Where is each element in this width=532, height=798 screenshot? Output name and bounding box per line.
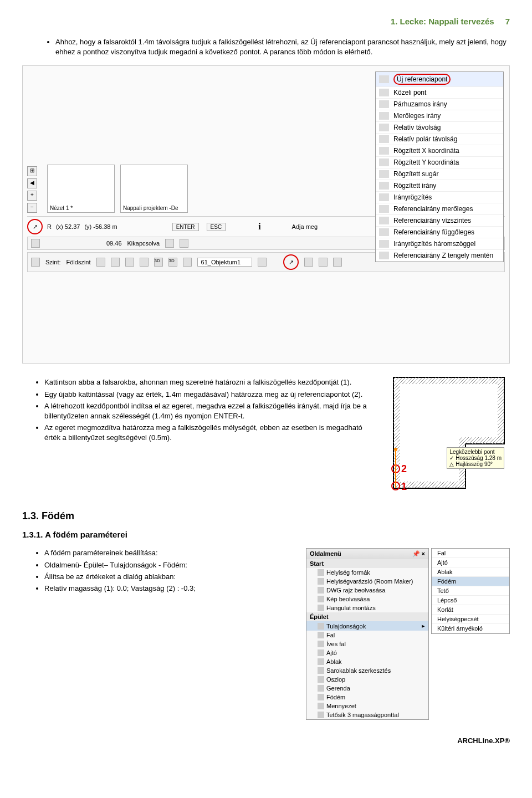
marker-1: 1 [401, 481, 407, 493]
time: 09.46 [106, 240, 122, 247]
ctx-item-8[interactable]: Rögzített sugár [393, 170, 438, 178]
item-door[interactable]: Ajtó [306, 648, 428, 657]
info-icon[interactable]: i [258, 222, 260, 232]
roof-icon [318, 712, 324, 718]
ctx-item-6[interactable]: Rögzített X koordináta [393, 147, 459, 155]
beam-icon [318, 685, 324, 692]
icon[interactable] [125, 258, 134, 267]
plus-btn[interactable]: + [27, 191, 37, 201]
icon[interactable] [333, 258, 342, 267]
column-icon [318, 676, 324, 683]
ctx-item-7[interactable]: Rögzített Y koordináta [393, 158, 459, 166]
item-wall[interactable]: Fal [306, 631, 428, 640]
lockr-icon [379, 170, 389, 178]
item-ceiling[interactable]: Mennyezet [306, 702, 428, 710]
r-label: R [47, 223, 52, 230]
thumb-view1[interactable]: Nézet 1 * [47, 165, 115, 213]
item-corner[interactable]: Sarokablak szerkesztés [306, 666, 428, 675]
side-menu[interactable]: Oldalmenü📌 × Start Helyiség formák Helyi… [306, 548, 429, 720]
ctx-item-9[interactable]: Rögzített irány [393, 182, 436, 190]
level-value[interactable]: Földszint [66, 259, 91, 265]
icon[interactable] [96, 258, 105, 267]
sub-roof[interactable]: Tető [432, 586, 509, 596]
properties-submenu[interactable]: Fal Ajtó Ablak Födém Tető Lépcső Korlát … [431, 548, 510, 634]
item-window[interactable]: Ablak [306, 657, 428, 666]
ctx-item-10[interactable]: Irányrögzítés [393, 193, 432, 201]
pin-icon[interactable]: 📌 × [412, 550, 425, 557]
lockdir-icon [379, 182, 389, 190]
item-roofplane[interactable]: Tetősík 3 magasságponttal [306, 710, 428, 719]
dirlock-icon [379, 193, 389, 201]
wizard-icon [318, 578, 324, 585]
reldist-icon [379, 124, 389, 131]
item-column[interactable]: Oszlop [306, 675, 428, 684]
sub-rail[interactable]: Korlát [432, 605, 509, 615]
object-select[interactable]: 61_Objektum1 [197, 258, 253, 267]
icon[interactable] [304, 258, 313, 267]
dwg-icon [318, 587, 324, 594]
section-heading: 1.3. Födém [22, 510, 510, 522]
enter-key[interactable]: ENTER [172, 223, 199, 231]
item-properties[interactable]: Tulajdonságok▸ [306, 621, 428, 631]
group-epulet[interactable]: Épület [306, 612, 428, 621]
level-icon[interactable] [31, 258, 40, 267]
item-roommaker[interactable]: Helyiségvarázsló (Room Maker) [306, 577, 428, 586]
ctx-item-4[interactable]: Relatív távolság [393, 124, 441, 131]
hint-text: Adja meg [292, 223, 318, 230]
window-icon [318, 658, 324, 665]
ctx-item-15[interactable]: Referenciairány Z tengely mentén [393, 252, 493, 259]
tool-btn[interactable]: ⊞ [27, 166, 37, 176]
ctx-item-1[interactable]: Közeli pont [393, 89, 426, 96]
ctx-item-11[interactable]: Referenciairány merőleges [393, 205, 473, 213]
icon[interactable] [180, 239, 188, 248]
ctx-item-0[interactable]: Új referenciapont [393, 74, 451, 85]
sub-stamp[interactable]: Helyiségpecsét [432, 615, 509, 624]
minus-btn[interactable]: − [27, 203, 37, 213]
item-beam[interactable]: Gerenda [306, 684, 428, 693]
ctx-item-14[interactable]: Irányrögzítés háromszöggel [393, 240, 475, 248]
ctx-item-2[interactable]: Párhuzamos irány [393, 100, 447, 108]
icon[interactable] [319, 258, 328, 267]
icon[interactable] [183, 258, 192, 267]
ctx-item-13[interactable]: Referenciairány függőleges [393, 228, 474, 236]
level-label: Szint: [45, 259, 61, 265]
left-btn[interactable]: ◀ [27, 178, 37, 188]
sub-slab[interactable]: Födém [432, 577, 509, 586]
zaxis-icon [379, 252, 389, 259]
parallel-icon [379, 100, 389, 108]
item-image[interactable]: Kép beolvasása [306, 595, 428, 603]
refpoint-button[interactable]: ↗ [27, 219, 43, 234]
step-3: A létrehozott kezdőpontból indítsa el az… [44, 401, 377, 421]
3d-icon[interactable]: 3D [154, 258, 163, 267]
sub-window[interactable]: Ablak [432, 567, 509, 577]
icon[interactable] [140, 258, 149, 267]
icon[interactable] [165, 239, 174, 248]
lesson-title: 1. Lecke: Nappali tervezés [391, 17, 494, 26]
wall-icon [318, 632, 324, 638]
icon[interactable] [258, 258, 267, 267]
ctx-item-5[interactable]: Relatív polár távolság [393, 135, 457, 143]
icon[interactable] [31, 239, 40, 248]
sub-door[interactable]: Ajtó [432, 558, 509, 567]
nearpoint-icon [379, 89, 389, 96]
esc-key[interactable]: ESC [207, 223, 226, 231]
item-rooms[interactable]: Helyiség formák [306, 568, 428, 577]
ctx-item-12[interactable]: Referenciairány vízszintes [393, 217, 471, 224]
3d-icon[interactable]: 3D [168, 258, 177, 267]
group-start[interactable]: Start [306, 559, 428, 568]
refpoint-button-2[interactable]: ↗ [283, 254, 299, 270]
icon[interactable] [111, 258, 120, 267]
sub-shade[interactable]: Kültéri árnyékoló [432, 624, 509, 633]
refvert-icon [379, 228, 389, 236]
item-arcwall[interactable]: Íves fal [306, 640, 428, 648]
item-mood[interactable]: Hangulat montázs [306, 603, 428, 612]
item-slab[interactable]: Födém [306, 693, 428, 702]
room-icon [318, 569, 324, 576]
context-menu[interactable]: Új referenciapont Közeli pont Párhuzamos… [375, 71, 504, 262]
ctx-item-3[interactable]: Merőleges irány [393, 112, 441, 120]
sub-stair[interactable]: Lépcső [432, 596, 509, 605]
fodem-3: Állítsa be az értékeket a dialóg ablakba… [44, 572, 295, 582]
sub-wall[interactable]: Fal [432, 549, 509, 558]
item-dwg[interactable]: DWG rajz beolvasása [306, 586, 428, 595]
thumb-project[interactable]: Nappali projektem -De [120, 165, 188, 213]
